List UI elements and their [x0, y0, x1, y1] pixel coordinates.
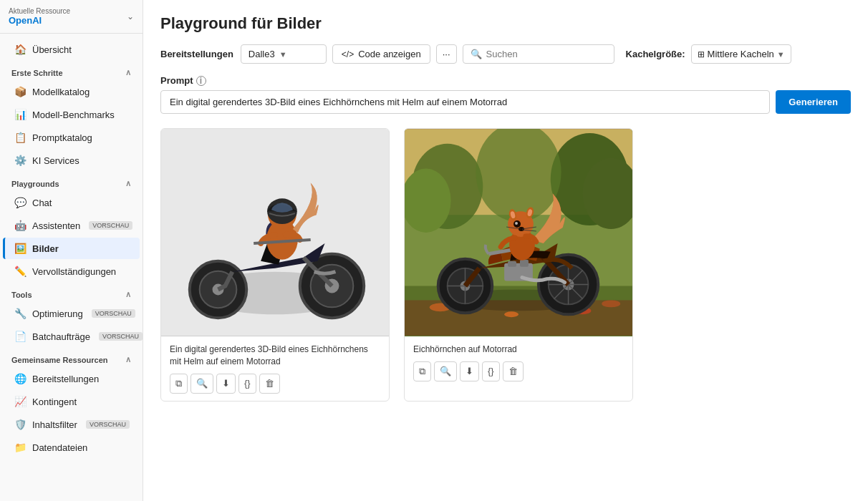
resource-label: Aktuelle Ressource: [9, 7, 70, 15]
sidebar-item-label: Modell-Benchmarks: [32, 110, 115, 120]
chevron-up-icon[interactable]: ∧: [125, 290, 131, 299]
sidebar-item-label: Chat: [32, 198, 52, 208]
sidebar-item-label: Übersicht: [32, 44, 72, 55]
svg-point-23: [504, 311, 519, 317]
deployment-select[interactable]: Dalle3 ▼: [241, 44, 327, 64]
prompt-row: Generieren: [160, 90, 851, 114]
quota-icon: 📈: [14, 396, 26, 407]
image-actions: ⧉ 🔍 ⬇ {} 🗑: [170, 374, 380, 394]
section-gemeinsame-ressourcen: Gemeinsame Ressourcen ∧: [0, 348, 143, 367]
ki-icon: ⚙️: [14, 155, 26, 166]
image-card: Ein digital gerendertes 3D-Bild eines Ei…: [160, 128, 390, 402]
assistants-icon: 🤖: [14, 220, 26, 231]
json-button[interactable]: {}: [238, 374, 256, 394]
sidebar-item-ubersicht[interactable]: 🏠 Übersicht: [3, 39, 140, 60]
sidebar: Aktuelle Ressource OpenAI ⌄ 🏠 Übersicht …: [0, 0, 143, 501]
sidebar-item-bereitstellungen[interactable]: 🌐 Bereitstellungen: [3, 368, 140, 389]
optimize-icon: 🔧: [14, 308, 26, 319]
copy-button[interactable]: ⧉: [413, 361, 431, 381]
info-icon: i: [196, 76, 206, 86]
chevron-down-icon: ⌄: [127, 11, 134, 21]
sidebar-item-batchauftrage[interactable]: 📄 Batchaufträge VORSCHAU: [3, 326, 140, 347]
prompt-icon: 📋: [14, 132, 26, 143]
sidebar-item-label: Datendateien: [32, 442, 87, 453]
sidebar-item-chat[interactable]: 💬 Chat: [3, 192, 140, 213]
generate-button[interactable]: Generieren: [776, 90, 851, 114]
sidebar-item-modell-benchmarks[interactable]: 📊 Modell-Benchmarks: [3, 104, 140, 125]
sidebar-item-label: Batchaufträge: [32, 331, 90, 342]
search-input[interactable]: [486, 49, 607, 59]
chevron-up-icon[interactable]: ∧: [125, 179, 131, 188]
section-playgrounds: Playgrounds ∧: [0, 172, 143, 191]
sidebar-item-label: Assistenten: [32, 220, 80, 231]
section-label: Playgrounds: [11, 180, 59, 188]
sidebar-item-bilder[interactable]: 🖼️ Bilder: [3, 238, 140, 259]
image-card-body: Ein digital gerendertes 3D-Bild eines Ei…: [161, 336, 389, 401]
prompt-label: Prompt i: [160, 75, 851, 86]
vorschau-badge: VORSCHAU: [89, 221, 132, 230]
benchmark-icon: 📊: [14, 109, 26, 120]
chevron-up-icon[interactable]: ∧: [125, 355, 131, 364]
delete-button[interactable]: 🗑: [503, 361, 524, 381]
main-content-area: Playground für Bilder Bereitstellungen D…: [143, 0, 868, 501]
code-view-button[interactable]: </> Code anzeigen: [332, 44, 430, 64]
sidebar-item-promptkatalog[interactable]: 📋 Promptkatalog: [3, 127, 140, 148]
resource-selector[interactable]: Aktuelle Ressource OpenAI ⌄: [0, 0, 143, 34]
home-icon: 🏠: [14, 44, 26, 55]
image-caption: Eichhörnchen auf Motorrad: [413, 344, 624, 356]
images-icon: 🖼️: [14, 243, 26, 254]
sidebar-item-kontingent[interactable]: 📈 Kontingent: [3, 391, 140, 412]
sidebar-item-modellkatalog[interactable]: 📦 Modellkatalog: [3, 81, 140, 102]
zoom-button[interactable]: 🔍: [434, 361, 457, 381]
image-card-body: Eichhörnchen auf Motorrad ⧉ 🔍 ⬇ {} 🗑: [405, 336, 632, 389]
image-preview: [161, 129, 389, 336]
delete-button[interactable]: 🗑: [259, 374, 280, 394]
image-preview: [405, 129, 632, 336]
sidebar-item-assistenten[interactable]: 🤖 Assistenten VORSCHAU: [3, 215, 140, 236]
section-label: Erste Schritte: [11, 69, 63, 77]
svg-rect-40: [520, 260, 529, 267]
download-button[interactable]: ⬇: [216, 374, 236, 394]
sidebar-item-label: Optimierung: [32, 308, 83, 319]
image-card: Eichhörnchen auf Motorrad ⧉ 🔍 ⬇ {} 🗑: [404, 128, 633, 402]
chevron-down-icon: ▼: [279, 50, 287, 59]
vorschau-badge: VORSCHAU: [92, 309, 135, 318]
search-field[interactable]: 🔍: [463, 44, 614, 64]
sidebar-item-datendateien[interactable]: 📁 Datendateien: [3, 437, 140, 458]
sidebar-item-vervollstandigungen[interactable]: ✏️ Vervollständigungen: [3, 261, 140, 282]
sidebar-item-label: Promptkatalog: [32, 132, 92, 143]
grid-icon: ⊞: [698, 49, 705, 59]
svg-point-48: [515, 222, 518, 225]
chevron-down-icon: ▼: [777, 50, 785, 59]
vorschau-badge: VORSCHAU: [99, 332, 143, 341]
code-btn-label: Code anzeigen: [358, 49, 420, 59]
vorschau-badge: VORSCHAU: [86, 420, 130, 429]
download-button[interactable]: ⬇: [460, 361, 479, 381]
sidebar-item-label: Vervollständigungen: [32, 266, 116, 277]
json-button[interactable]: {}: [482, 361, 500, 381]
deploy-icon: 🌐: [14, 373, 26, 384]
sidebar-item-ki-services[interactable]: ⚙️ KI Services: [3, 150, 140, 171]
code-icon: </>: [342, 49, 354, 59]
more-options-button[interactable]: ···: [436, 44, 457, 64]
section-tools: Tools ∧: [0, 283, 143, 302]
chevron-up-icon[interactable]: ∧: [125, 68, 131, 77]
prompt-input[interactable]: [160, 90, 770, 114]
image-caption: Ein digital gerendertes 3D-Bild eines Ei…: [170, 344, 380, 368]
image-actions: ⧉ 🔍 ⬇ {} 🗑: [413, 361, 624, 381]
zoom-button[interactable]: 🔍: [191, 374, 213, 394]
copy-button[interactable]: ⧉: [170, 374, 188, 394]
batch-icon: 📄: [14, 331, 26, 342]
section-label: Tools: [11, 291, 32, 299]
tile-size-value: Mittlere Kacheln: [708, 49, 774, 59]
resource-name: OpenAI: [9, 15, 70, 26]
deployment-value: Dalle3: [249, 49, 275, 59]
sidebar-item-inhaltsfilter[interactable]: 🛡️ Inhaltsfilter VORSCHAU: [3, 414, 140, 435]
sidebar-item-optimierung[interactable]: 🔧 Optimierung VORSCHAU: [3, 303, 140, 324]
search-icon: 🔍: [471, 49, 482, 59]
ellipsis-icon: ···: [443, 49, 450, 59]
catalog-icon: 📦: [14, 86, 26, 97]
image-grid: Ein digital gerendertes 3D-Bild eines Ei…: [160, 128, 851, 402]
sidebar-item-label: Kontingent: [32, 397, 77, 407]
tile-size-select[interactable]: ⊞ Mittlere Kacheln ▼: [691, 44, 791, 64]
